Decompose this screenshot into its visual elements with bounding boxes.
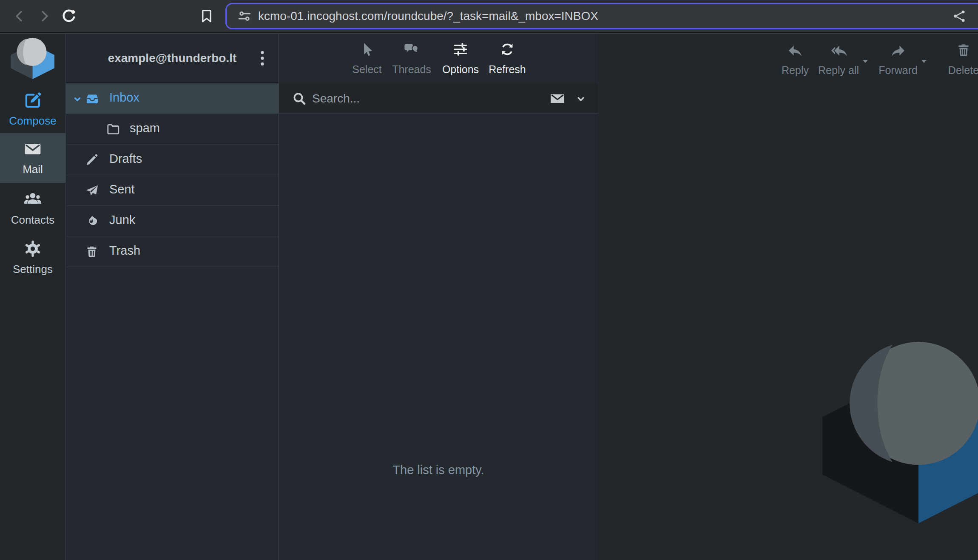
browser-back-button[interactable] [9,6,30,26]
sliders-icon [452,41,469,57]
contacts-nav-button[interactable]: Contacts [0,183,65,233]
inbox-icon [85,91,100,107]
app-taskbar: Compose Mail Contacts Settings [0,34,65,560]
roundcube-app: Compose Mail Contacts Settings example@t… [0,33,978,560]
flame-icon [85,214,99,228]
chat-bubbles-icon [403,41,420,57]
account-header: example@thunderbo.lt [66,34,279,83]
bookmark-icon [199,8,215,24]
folder-label: Inbox [109,91,139,105]
pencil-icon [85,153,99,167]
forward-icon [889,42,907,59]
browser-toolbar: kcmo-01.incoghost.com/roundcube/?_task=m… [0,0,978,33]
settings-nav-button[interactable]: Settings [0,233,65,282]
folder-icon [106,122,120,136]
message-pane: Reply Reply all Forward Delete [599,34,978,560]
search-scope-mail-icon[interactable] [549,91,566,107]
share-icon[interactable] [952,9,967,23]
message-list-pane: Select Threads Options Refresh [279,34,598,560]
contacts-label: Contacts [11,213,55,227]
folder-options-button[interactable] [253,48,272,68]
compose-button[interactable]: Compose [0,85,65,133]
browser-reload-button[interactable] [59,6,79,26]
roundcube-logo [11,37,54,80]
reload-icon [60,7,78,25]
reply-icon [786,42,804,59]
options-label: Options [437,63,484,76]
browser-forward-button[interactable] [34,6,54,26]
select-label: Select [344,63,390,76]
folder-label: Drafts [109,152,142,166]
empty-list-message: The list is empty. [279,463,598,477]
search-bar [279,83,598,114]
forward-label: Forward [873,64,923,77]
reply-label: Reply [770,64,820,77]
trash-icon [85,244,99,259]
folder-item-junk[interactable]: Junk [66,206,279,236]
refresh-icon [499,41,516,57]
forward-button[interactable]: Forward [873,34,923,83]
threads-button[interactable]: Threads [388,34,435,83]
contacts-icon [23,189,43,209]
search-options-chevron-icon[interactable] [575,93,587,105]
reply-button[interactable]: Reply [770,34,820,83]
reply-all-label: Reply all [814,64,863,77]
folder-item-trash[interactable]: Trash [66,236,279,267]
forward-caret-icon[interactable] [918,56,930,67]
account-email: example@thunderbo.lt [108,51,237,65]
folder-pane: example@thunderbo.lt Inbox spam Dr [65,34,279,560]
folder-item-inbox[interactable]: Inbox [66,83,279,114]
folder-item-sent[interactable]: Sent [66,175,279,206]
chevron-down-icon[interactable] [72,94,83,105]
search-input[interactable] [311,88,534,110]
delete-trash-icon [955,42,972,58]
folder-item-drafts[interactable]: Drafts [66,145,279,175]
bookmark-button[interactable] [196,6,217,26]
mail-label: Mail [23,163,43,176]
compose-label: Compose [9,114,56,128]
folder-item-spam[interactable]: spam [66,114,279,145]
select-button[interactable]: Select [344,34,390,83]
url-text[interactable]: kcmo-01.incoghost.com/roundcube/?_task=m… [258,9,598,23]
site-settings-icon[interactable] [237,9,252,24]
delete-label: Delete [939,64,978,77]
mail-icon [23,140,42,159]
folder-label: Sent [109,182,135,196]
paper-plane-icon [85,183,99,198]
gear-icon [23,239,43,259]
threads-label: Threads [388,63,435,76]
delete-button[interactable]: Delete [939,34,978,83]
cursor-icon [359,41,375,57]
folder-label: Junk [109,213,135,227]
roundcube-webmail-screen: { "browser": { "url": "kcmo-01.incoghost… [0,0,978,560]
refresh-button[interactable]: Refresh [484,34,531,83]
folder-label: Trash [109,244,140,258]
settings-label: Settings [13,263,53,276]
address-bar[interactable]: kcmo-01.incoghost.com/roundcube/?_task=m… [225,3,978,29]
reply-all-caret-icon[interactable] [860,56,871,67]
chevron-right-icon [37,9,52,24]
roundcube-watermark-logo [822,338,978,526]
options-button[interactable]: Options [437,34,484,83]
refresh-label: Refresh [484,63,531,76]
search-icon [292,91,307,106]
reply-all-button[interactable]: Reply all [814,34,863,83]
reply-all-icon [829,42,848,59]
mail-nav-button[interactable]: Mail [0,133,65,183]
compose-icon [23,91,43,110]
folder-label: spam [130,121,160,135]
chevron-left-icon [12,9,27,24]
list-toolbar: Select Threads Options Refresh [279,34,598,83]
